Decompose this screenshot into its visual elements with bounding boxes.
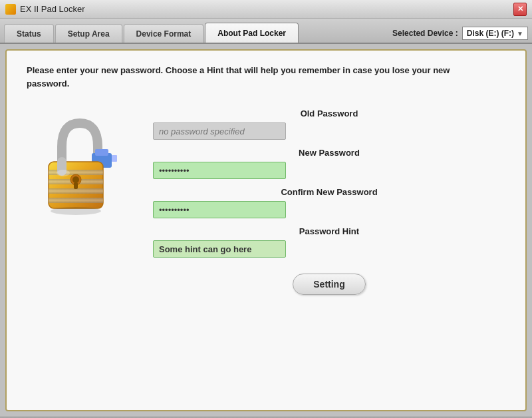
app-icon xyxy=(5,4,16,15)
close-button[interactable]: ✕ xyxy=(513,3,527,16)
hint-label: Password Hint xyxy=(153,226,505,236)
instruction-text: Please enter your new password. Choose a… xyxy=(27,64,479,90)
device-value: Disk (E:) (F:) xyxy=(467,29,514,38)
fields-area: Old Password New Password Confirm New Pa… xyxy=(153,103,505,295)
title-bar: EX II Pad Locker ✕ xyxy=(0,0,532,19)
svg-point-12 xyxy=(57,170,70,176)
confirm-password-label: Confirm New Password xyxy=(153,187,505,197)
device-dropdown[interactable]: Disk (E:) (F:) ▼ xyxy=(462,27,528,40)
dropdown-arrow-icon: ▼ xyxy=(517,30,523,37)
title-bar-left: EX II Pad Locker xyxy=(5,4,85,15)
old-password-input[interactable] xyxy=(153,122,286,140)
form-area: Old Password New Password Confirm New Pa… xyxy=(27,103,505,397)
padlock-image xyxy=(27,116,133,220)
tab-device-format[interactable]: Device Format xyxy=(124,24,204,43)
padlock-svg xyxy=(37,116,123,220)
setting-button[interactable]: Setting xyxy=(293,274,365,295)
tab-setup-area[interactable]: Setup Area xyxy=(55,24,122,43)
window-title: EX II Pad Locker xyxy=(20,4,85,14)
main-content: Please enter your new password. Choose a… xyxy=(5,49,527,411)
tab-status[interactable]: Status xyxy=(4,24,54,43)
selected-device-area: Selected Device : Disk (E:) (F:) ▼ xyxy=(392,27,528,43)
new-password-input[interactable] xyxy=(153,162,286,179)
svg-rect-2 xyxy=(112,155,117,162)
svg-point-9 xyxy=(72,176,79,183)
confirm-password-input[interactable] xyxy=(153,201,286,218)
new-password-label: New Password xyxy=(153,148,505,158)
hint-input[interactable] xyxy=(153,240,286,258)
svg-rect-10 xyxy=(74,182,78,189)
old-password-label: Old Password xyxy=(153,108,505,118)
svg-rect-1 xyxy=(95,149,108,156)
svg-rect-6 xyxy=(49,188,103,194)
tab-about-pad-locker[interactable]: About Pad Locker xyxy=(205,23,299,43)
tab-bar: Status Setup Area Device Format About Pa… xyxy=(0,19,532,44)
selected-device-label: Selected Device : xyxy=(392,29,458,38)
svg-rect-7 xyxy=(49,198,103,203)
svg-point-13 xyxy=(51,207,101,215)
